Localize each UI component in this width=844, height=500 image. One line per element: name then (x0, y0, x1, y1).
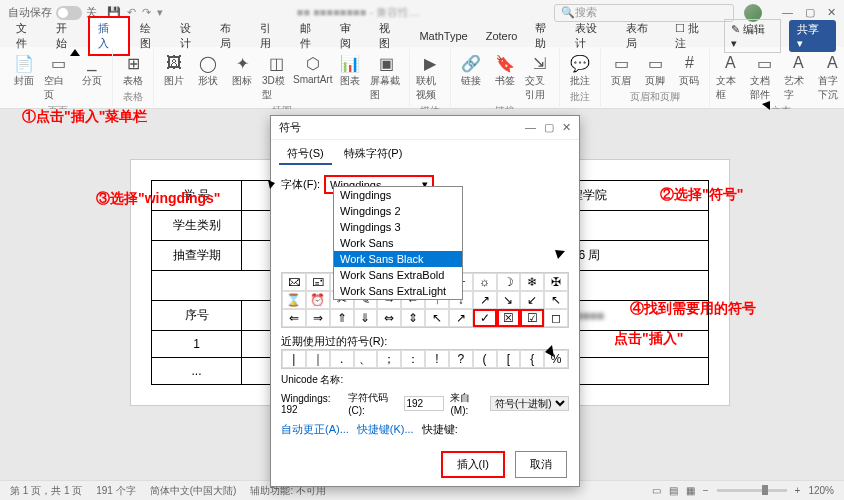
recent-symbol[interactable]: | (282, 350, 306, 368)
tab-Zotero[interactable]: Zotero (478, 27, 526, 45)
maximize-icon[interactable]: ▢ (805, 6, 815, 19)
annotation-3: ③选择"wingdings" (96, 190, 221, 208)
symbol-cell[interactable]: ☼ (473, 273, 497, 291)
ribbon-页脚[interactable]: ▭页脚 (639, 51, 671, 90)
close-icon[interactable]: ✕ (827, 6, 836, 19)
zoom-out-icon[interactable]: − (703, 485, 709, 496)
symbol-cell[interactable]: ☒ (497, 309, 521, 327)
recent-symbol[interactable]: ｜ (306, 350, 330, 368)
zoom-slider[interactable] (717, 489, 787, 492)
th: 序号 (152, 301, 242, 331)
symbol-cell[interactable]: ↙ (520, 291, 544, 309)
3D模型-icon: ◫ (266, 53, 286, 73)
shortcut-button[interactable]: 快捷键(K)... (357, 422, 414, 437)
font-option[interactable]: Wingdings 2 (334, 203, 462, 219)
ribbon-链接[interactable]: 🔗链接 (455, 51, 487, 90)
view-web-icon[interactable]: ▦ (686, 485, 695, 496)
edit-mode[interactable]: ✎ 编辑 ▾ (724, 19, 781, 53)
font-option[interactable]: Wingdings 3 (334, 219, 462, 235)
recent-symbol[interactable]: ： (401, 350, 425, 368)
recent-symbol[interactable]: . (330, 350, 354, 368)
页眉-icon: ▭ (611, 53, 631, 73)
ribbon-图表[interactable]: 📊图表 (334, 51, 366, 90)
symbol-cell[interactable]: ↖ (425, 309, 449, 327)
dialog-tab-special[interactable]: 特殊字符(P) (336, 144, 411, 165)
ribbon-形状[interactable]: ◯形状 (192, 51, 224, 90)
from-select[interactable]: 符号(十进制) (490, 396, 569, 411)
status-lang[interactable]: 简体中文(中国大陆) (150, 484, 237, 498)
图片-icon: 🖼 (164, 53, 184, 73)
ribbon-批注[interactable]: 💬批注 (564, 51, 596, 90)
symbol-cell[interactable]: ⇕ (401, 309, 425, 327)
symbol-cell[interactable]: ↘ (497, 291, 521, 309)
zoom-value[interactable]: 120% (808, 485, 834, 496)
symbol-cell[interactable]: ⏰ (306, 291, 330, 309)
symbol-cell[interactable]: ↗ (449, 309, 473, 327)
ribbon-3D模型[interactable]: ◫3D模型 (260, 51, 292, 104)
dialog-close-icon[interactable]: ✕ (562, 121, 571, 134)
symbol-cell[interactable]: ⇓ (354, 309, 378, 327)
ribbon-表格[interactable]: ⊞表格 (117, 51, 149, 90)
view-focus-icon[interactable]: ▭ (652, 485, 661, 496)
share-button[interactable]: 共享 ▾ (789, 20, 836, 52)
code-input[interactable] (404, 396, 444, 411)
ribbon-艺术字[interactable]: A艺术字 (782, 51, 814, 104)
ribbon-SmartArt[interactable]: ⬡SmartArt (294, 51, 332, 87)
SmartArt-icon: ⬡ (303, 53, 323, 73)
dialog-help-icon[interactable]: — (525, 121, 536, 134)
recent-symbol[interactable]: [ (497, 350, 521, 368)
封面-icon: 📄 (14, 53, 34, 73)
symbol-cell[interactable]: ☑ (520, 309, 544, 327)
dialog-tab-symbols[interactable]: 符号(S) (279, 144, 332, 165)
ribbon-书签[interactable]: 🔖书签 (489, 51, 521, 90)
ribbon-联机视频[interactable]: ▶联机视频 (414, 51, 446, 104)
dialog-max-icon[interactable]: ▢ (544, 121, 554, 134)
autocorrect-button[interactable]: 自动更正(A)... (281, 422, 349, 437)
ribbon-图标[interactable]: ✦图标 (226, 51, 258, 90)
cancel-button[interactable]: 取消 (515, 451, 567, 478)
ribbon-图片[interactable]: 🖼图片 (158, 51, 190, 90)
symbol-cell[interactable]: ⇐ (282, 309, 306, 327)
zoom-in-icon[interactable]: + (795, 485, 801, 496)
recent-symbol[interactable]: ( (473, 350, 497, 368)
dialog-title: 符号 (279, 120, 301, 135)
symbol-cell[interactable]: ✓ (473, 309, 497, 327)
ribbon-屏幕截图[interactable]: ▣屏幕截图 (368, 51, 406, 104)
symbol-cell[interactable]: 🖂 (282, 273, 306, 291)
th: 抽查学期 (152, 241, 242, 271)
insert-button[interactable]: 插入(I) (441, 451, 505, 478)
symbol-cell[interactable]: ⇑ (330, 309, 354, 327)
recent-symbol[interactable]: ? (449, 350, 473, 368)
ribbon-页眉[interactable]: ▭页眉 (605, 51, 637, 90)
symbol-cell[interactable]: ⇒ (306, 309, 330, 327)
font-option[interactable]: Wingdings (334, 187, 462, 203)
font-option[interactable]: Work Sans ExtraBold (334, 267, 462, 283)
td: ... (152, 358, 242, 385)
toggle-switch[interactable] (56, 6, 82, 20)
comments-button[interactable]: ☐ 批注 (669, 19, 716, 53)
font-option[interactable]: Work Sans (334, 235, 462, 251)
symbol-cell[interactable]: ↗ (473, 291, 497, 309)
font-option[interactable]: Work Sans ExtraLight (334, 283, 462, 299)
tab-MathType[interactable]: MathType (411, 27, 475, 45)
view-print-icon[interactable]: ▤ (669, 485, 678, 496)
recent-symbol[interactable]: ! (425, 350, 449, 368)
minimize-icon[interactable]: — (782, 6, 793, 19)
symbol-cell[interactable]: 🖃 (306, 273, 330, 291)
dialog-titlebar[interactable]: 符号 — ▢ ✕ (271, 116, 579, 140)
联机视频-icon: ▶ (420, 53, 440, 73)
ribbon-交叉引用[interactable]: ⇲交叉引用 (523, 51, 555, 104)
symbol-cell[interactable]: ⌛ (282, 291, 306, 309)
status-words[interactable]: 191 个字 (96, 484, 135, 498)
symbol-cell[interactable]: ☽ (497, 273, 521, 291)
symbol-cell[interactable]: ❄ (520, 273, 544, 291)
recent-symbol[interactable]: ； (377, 350, 401, 368)
symbol-cell[interactable]: ⇔ (377, 309, 401, 327)
ribbon-封面[interactable]: 📄封面 (8, 51, 40, 90)
ribbon-页码[interactable]: #页码 (673, 51, 705, 90)
图表-icon: 📊 (340, 53, 360, 73)
recent-symbol[interactable]: 、 (354, 350, 378, 368)
ribbon-首字下沉[interactable]: A首字下沉 (816, 51, 844, 104)
status-page[interactable]: 第 1 页，共 1 页 (10, 484, 82, 498)
font-option[interactable]: Work Sans Black (334, 251, 462, 267)
